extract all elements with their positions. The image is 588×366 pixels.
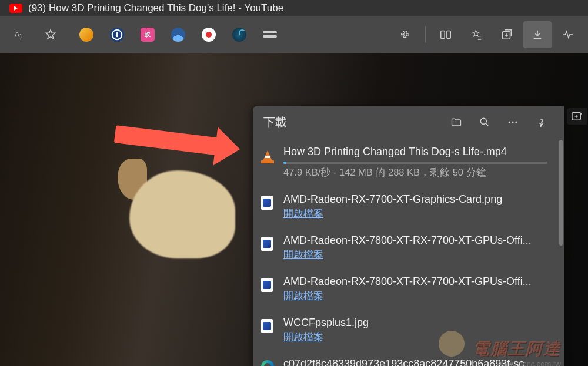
swirl-icon (232, 28, 246, 42)
download-status: 47.9 KB/秒 - 142 MB 的 288 KB，剩餘 50 分鐘 (283, 166, 547, 179)
downloads-more-button[interactable] (500, 110, 525, 135)
toolbar-separator (425, 26, 426, 43)
sliders-icon (263, 31, 277, 38)
image-file-icon (261, 237, 275, 253)
downloads-list: How 3D Printing Changed This Dog-s Life-… (253, 139, 564, 366)
download-filename: AMD-Radeon-RX-7800-XT-RX-7700-XT-GPUs-Of… (283, 234, 547, 247)
svg-rect-5 (447, 31, 450, 39)
edge-file-icon (261, 360, 275, 366)
downloads-panel: 下載 How 3D Printing Changed This Dog (253, 106, 564, 366)
svg-point-9 (509, 122, 510, 123)
extension-vpn-button[interactable] (164, 21, 192, 48)
open-file-link[interactable]: 開啟檔案 (283, 248, 323, 261)
download-filename: c07d2f8c48339d973e193cc8ac8247750b6a893f… (283, 358, 547, 366)
image-file-icon (261, 278, 275, 294)
youtube-icon (9, 4, 22, 13)
download-filename: AMD-Radeon-RX-7800-XT-RX-7700-XT-GPUs-Of… (283, 276, 547, 288)
download-progress-bar (283, 162, 547, 164)
favorites-list-button[interactable] (462, 21, 490, 48)
extension-1password-button[interactable] (103, 21, 131, 48)
downloads-scrollbar[interactable] (559, 140, 563, 246)
download-filename: How 3D Printing Changed This Dog-s Life-… (283, 146, 547, 158)
favorite-button[interactable] (36, 21, 65, 48)
extension-6-button[interactable] (225, 21, 253, 48)
open-file-link[interactable]: 開啟檔案 (283, 289, 323, 303)
downloads-title: 下載 (263, 115, 440, 130)
image-file-icon (261, 319, 275, 335)
pin-downloads-button[interactable] (529, 110, 553, 135)
download-item[interactable]: AMD-Radeon-RX-7800-XT-RX-7700-XT-GPUs-Of… (253, 268, 558, 310)
open-downloads-folder-button[interactable] (444, 110, 469, 135)
image-file-icon (261, 196, 275, 212)
download-item[interactable]: AMD-Radeon-RX-7800-XT-RX-7700-XT-GPUs-Of… (253, 227, 558, 268)
download-item[interactable]: AMD-Radeon-RX-7700-XT-Graphics-Card.png … (253, 186, 558, 227)
page-content: 下載 How 3D Printing Changed This Dog (0, 53, 588, 366)
svg-rect-3 (116, 32, 118, 37)
downloads-button[interactable] (523, 21, 552, 48)
extensions-button[interactable] (391, 21, 419, 48)
translate-icon: 蚁 (141, 28, 155, 42)
svg-point-8 (480, 118, 486, 124)
extension-record-button[interactable] (195, 21, 223, 48)
video-decoration (129, 170, 235, 258)
svg-point-11 (515, 122, 517, 123)
record-icon (202, 28, 216, 42)
1password-icon (110, 28, 124, 42)
downloads-header: 下載 (253, 106, 564, 139)
add-video-button[interactable] (567, 108, 587, 125)
svg-rect-4 (441, 31, 445, 39)
read-aloud-button[interactable]: A) (6, 21, 34, 48)
tab-title: (93) How 3D Printing Changed This Dog's … (28, 2, 283, 14)
download-filename: WCCFpsplus1.jpg (283, 317, 547, 329)
download-item[interactable]: How 3D Printing Changed This Dog-s Life-… (253, 139, 558, 186)
svg-point-10 (512, 122, 514, 123)
browser-toolbar: A) 蚁 (0, 16, 588, 53)
vpn-arc-icon (171, 28, 185, 42)
browser-tab-bar: (93) How 3D Printing Changed This Dog's … (0, 0, 588, 16)
collections-button[interactable] (493, 21, 521, 48)
download-filename: AMD-Radeon-RX-7700-XT-Graphics-Card.png (283, 193, 547, 206)
download-item[interactable]: WCCFpsplus1.jpg 開啟檔案 (253, 310, 558, 351)
vlc-icon (261, 148, 275, 164)
extension-translate-button[interactable]: 蚁 (133, 21, 162, 48)
open-file-link[interactable]: 開啟檔案 (283, 330, 323, 344)
svg-text:): ) (20, 34, 22, 39)
orange-swirl-icon (79, 28, 93, 42)
split-screen-button[interactable] (432, 21, 460, 48)
annotation-arrow (115, 132, 220, 149)
performance-button[interactable] (554, 21, 582, 48)
extension-7-button[interactable] (256, 21, 284, 48)
svg-text:A: A (15, 30, 20, 39)
extension-1-button[interactable] (72, 21, 101, 48)
download-item[interactable]: c07d2f8c48339d973e193cc8ac8247750b6a893f… (253, 351, 558, 366)
open-file-link[interactable]: 開啟檔案 (283, 207, 323, 220)
search-downloads-button[interactable] (472, 110, 497, 135)
